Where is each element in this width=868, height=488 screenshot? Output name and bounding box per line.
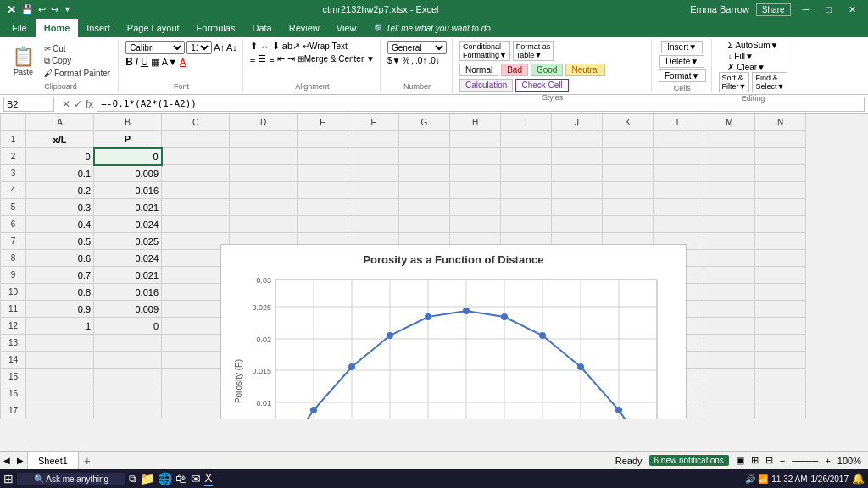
clear-button[interactable]: ✗ Clear▼ <box>727 63 765 72</box>
col-header-B[interactable]: B <box>94 114 162 131</box>
cell-A14[interactable] <box>26 352 94 369</box>
col-header-F[interactable]: F <box>348 114 399 131</box>
cell-B14[interactable] <box>94 352 162 369</box>
autosum-button[interactable]: Σ AutoSum▼ <box>727 41 778 50</box>
cell-A9[interactable]: 0.7 <box>26 267 94 284</box>
cell-extra-6-1[interactable] <box>552 216 603 233</box>
normal-view-button[interactable]: ▣ <box>736 455 744 466</box>
cell-extra-4-3[interactable] <box>654 182 704 199</box>
mail-taskbar[interactable]: ✉ <box>191 472 201 485</box>
cell-B9[interactable]: 0.021 <box>94 267 162 284</box>
cell-extra-8-5[interactable] <box>755 250 806 267</box>
zoom-slider[interactable]: ──── <box>792 456 818 466</box>
cell-D2[interactable] <box>230 148 298 165</box>
format-painter-button[interactable]: 🖌 Format Painter <box>42 68 113 79</box>
cell-B10[interactable]: 0.016 <box>94 284 162 301</box>
cell-extra-2-0[interactable] <box>501 148 552 165</box>
cell-extra-4-1[interactable] <box>552 182 603 199</box>
undo-icon[interactable]: ↩ <box>38 4 46 15</box>
cell-extra-2-4[interactable] <box>704 148 755 165</box>
cell-B13[interactable] <box>94 335 162 352</box>
increase-indent-button[interactable]: ⇥ <box>287 53 295 64</box>
cell-E5[interactable] <box>298 199 348 216</box>
row-header-12[interactable]: 12 <box>1 318 26 335</box>
cell-B16[interactable] <box>94 385 162 402</box>
col-header-G[interactable]: G <box>399 114 450 131</box>
row-header-6[interactable]: 6 <box>1 216 26 233</box>
cell-F2[interactable] <box>348 148 399 165</box>
cell-extra-3-1[interactable] <box>552 165 603 182</box>
row-header-9[interactable]: 9 <box>1 267 26 284</box>
row-header-4[interactable]: 4 <box>1 182 26 199</box>
row-header-15[interactable]: 15 <box>1 369 26 385</box>
fill-color-button[interactable]: A▼ <box>162 57 177 67</box>
align-bottom-button[interactable]: ⬇ <box>272 41 280 52</box>
cell-A13[interactable] <box>26 335 94 352</box>
cell-extra-16-4[interactable] <box>704 385 755 402</box>
increase-decimal-button[interactable]: .0↑ <box>415 56 426 65</box>
cell-extra-6-5[interactable] <box>755 216 806 233</box>
cell-H3[interactable] <box>450 165 501 182</box>
cell-G2[interactable] <box>399 148 450 165</box>
cell-extra-8-4[interactable] <box>704 250 755 267</box>
tab-data[interactable]: Data <box>243 19 280 37</box>
cell-E1[interactable] <box>298 131 348 148</box>
cell-G6[interactable] <box>399 216 450 233</box>
cell-A1[interactable]: x/L <box>26 131 94 148</box>
cell-extra-7-5[interactable] <box>755 233 806 250</box>
cell-extra-6-2[interactable] <box>603 216 654 233</box>
cell-A15[interactable] <box>26 369 94 385</box>
cell-C3[interactable] <box>162 165 230 182</box>
cell-extra-1-1[interactable] <box>552 131 603 148</box>
cell-extra-4-5[interactable] <box>755 182 806 199</box>
cell-B7[interactable]: 0.025 <box>94 233 162 250</box>
task-view-button[interactable]: ⧉ <box>129 473 136 485</box>
cell-A6[interactable]: 0.4 <box>26 216 94 233</box>
quick-save-icon[interactable]: 💾 <box>21 4 33 15</box>
cell-A8[interactable]: 0.6 <box>26 250 94 267</box>
row-header-10[interactable]: 10 <box>1 284 26 301</box>
font-family-select[interactable]: Calibri <box>125 41 185 54</box>
cell-extra-12-5[interactable] <box>755 318 806 335</box>
row-header-13[interactable]: 13 <box>1 335 26 352</box>
align-center-button[interactable]: ☰ <box>258 53 266 64</box>
col-header-E[interactable]: E <box>298 114 348 131</box>
cell-extra-5-4[interactable] <box>704 199 755 216</box>
col-header-D[interactable]: D <box>230 114 298 131</box>
cell-extra-4-2[interactable] <box>603 182 654 199</box>
row-header-17[interactable]: 17 <box>1 402 26 419</box>
row-header-8[interactable]: 8 <box>1 250 26 267</box>
page-layout-view-button[interactable]: ⊞ <box>751 455 759 466</box>
cell-B5[interactable]: 0.021 <box>94 199 162 216</box>
cell-extra-17-5[interactable] <box>755 402 806 419</box>
copy-button[interactable]: ⧉ Copy <box>42 55 113 67</box>
cell-extra-5-0[interactable] <box>501 199 552 216</box>
maximize-button[interactable]: □ <box>821 4 837 14</box>
cell-E2[interactable] <box>298 148 348 165</box>
number-format-select[interactable]: General <box>387 41 447 54</box>
cell-extra-14-4[interactable] <box>704 352 755 369</box>
align-left-button[interactable]: ≡ <box>250 54 255 64</box>
col-header-K[interactable]: K <box>603 114 654 131</box>
currency-button[interactable]: $▼ <box>387 56 400 65</box>
zoom-in-button[interactable]: + <box>825 456 830 466</box>
cell-A2[interactable]: 0 <box>26 148 94 165</box>
cell-A4[interactable]: 0.2 <box>26 182 94 199</box>
cell-C7[interactable] <box>162 233 230 250</box>
redo-icon[interactable]: ↪ <box>51 4 58 15</box>
tab-view[interactable]: View <box>328 19 365 37</box>
increase-font-button[interactable]: A↑ <box>214 42 225 53</box>
tab-insert[interactable]: Insert <box>78 19 119 37</box>
cell-extra-9-5[interactable] <box>755 267 806 284</box>
cell-extra-16-5[interactable] <box>755 385 806 402</box>
cell-B6[interactable]: 0.024 <box>94 216 162 233</box>
close-button[interactable]: ✕ <box>843 4 861 15</box>
col-header-A[interactable]: A <box>26 114 94 131</box>
cell-extra-3-4[interactable] <box>704 165 755 182</box>
sheet-tab-1[interactable]: Sheet1 <box>27 452 79 469</box>
cell-A11[interactable]: 0.9 <box>26 301 94 318</box>
check-cell-style[interactable]: Check Cell <box>515 79 568 92</box>
cell-D4[interactable] <box>230 182 298 199</box>
cell-G1[interactable] <box>399 131 450 148</box>
cell-D1[interactable] <box>230 131 298 148</box>
